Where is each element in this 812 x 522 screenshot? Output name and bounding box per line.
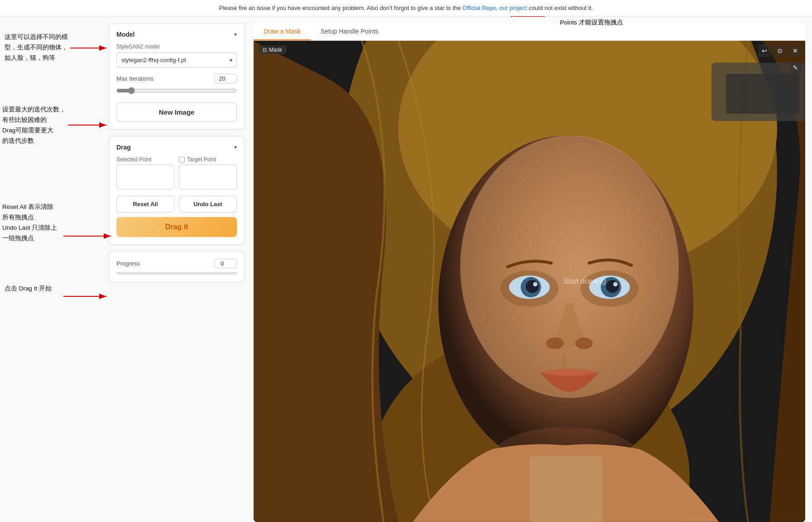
reset-annotation: Reset All 表示清除 所有拖拽点 Undo Last 只清除上 一组拖拽… — [2, 202, 57, 244]
progress-bar-bg — [116, 272, 237, 275]
svg-point-23 — [606, 280, 619, 293]
svg-point-24 — [533, 282, 538, 286]
model-card-header: Model ▾ — [116, 31, 237, 38]
undo-image-button[interactable]: ↩ — [758, 44, 771, 57]
reset-image-button[interactable]: ⊙ — [774, 44, 786, 57]
edit-image-button[interactable]: ✎ — [789, 61, 802, 74]
target-point-label: Target Point — [179, 156, 237, 163]
top-banner: Please fire an issue if you have encount… — [0, 0, 812, 16]
svg-point-22 — [526, 280, 539, 293]
model-dropdown-arrow: ▾ — [234, 31, 237, 38]
iterations-slider[interactable] — [116, 87, 237, 94]
drag-dropdown-arrow: ▾ — [234, 144, 237, 150]
our-project-link[interactable]: our project — [500, 5, 527, 11]
model-card: Model ▾ StyleGAN2 model stylegan2-ffhq-c… — [109, 23, 245, 130]
face-image — [254, 41, 805, 522]
image-actions: ↩ ⊙ ✕ — [758, 44, 802, 57]
model-select-wrapper[interactable]: stylegan2-ffhq-config-f.pt — [116, 53, 237, 68]
iterations-annotation: 设置最大的迭代次数， 有些比较困难的 Drag可能需要更大 的迭代步数 — [2, 105, 66, 146]
mask-label: ⊡ Mask — [258, 45, 287, 54]
svg-rect-31 — [529, 456, 602, 522]
target-point-checkbox[interactable] — [179, 157, 185, 163]
banner-text: Please fire an issue if you have encount… — [219, 5, 462, 11]
selected-point-box: Selected Point — [116, 156, 174, 191]
drag-card-header: Drag ▾ — [116, 144, 237, 151]
progress-input[interactable] — [214, 259, 237, 268]
reset-all-button[interactable]: Reset All — [116, 196, 174, 213]
svg-point-25 — [613, 282, 618, 286]
iterations-row: Max Iterations — [116, 74, 237, 83]
close-image-button[interactable]: ✕ — [789, 44, 802, 57]
progress-card: Progress — [109, 251, 245, 282]
drag-card: Drag ▾ Selected Point Target Point — [109, 136, 245, 245]
annotation-area: 这里可以选择不同的模 型，生成不同的物体， 如人脸，猫，狗等 设置最大的迭代次数… — [0, 16, 104, 522]
target-point-input[interactable] — [179, 164, 237, 189]
image-container: ⊡ Mask ↩ ⊙ ✕ ✎ — [254, 41, 805, 522]
model-select[interactable]: stylegan2-ffhq-config-f.pt — [116, 53, 237, 68]
svg-rect-30 — [726, 73, 799, 113]
official-repo-link[interactable]: Official Repo — [462, 5, 496, 11]
setup-handle-tab[interactable]: Setup Handle Points — [311, 23, 389, 40]
target-point-box: Target Point — [179, 156, 237, 191]
tab-bar: Draw a Mask Setup Handle Points — [254, 23, 805, 41]
progress-label: Progress — [116, 260, 140, 267]
model-card-title: Model — [116, 31, 135, 38]
selected-point-label: Selected Point — [116, 156, 174, 163]
center-panel: Model ▾ StyleGAN2 model stylegan2-ffhq-c… — [104, 16, 249, 522]
drag-points-row: Selected Point Target Point — [116, 156, 237, 191]
progress-row: Progress — [116, 259, 237, 268]
right-panel: 记得选择 Setup Handle Points 才能设置拖拽点 Draw a … — [249, 16, 812, 522]
iterations-input[interactable] — [214, 74, 237, 83]
svg-point-15 — [460, 135, 679, 398]
new-image-button[interactable]: New Image — [116, 102, 237, 122]
action-buttons-row: Reset All Undo Last — [116, 196, 237, 213]
model-label: StyleGAN2 model — [116, 44, 237, 50]
iterations-label: Max Iterations — [116, 75, 154, 82]
selected-point-input[interactable] — [116, 164, 174, 189]
undo-last-button[interactable]: Undo Last — [179, 196, 237, 213]
mask-icon: ⊡ — [263, 47, 267, 53]
drag-it-button[interactable]: Drag it — [116, 217, 237, 237]
model-annotation: 这里可以选择不同的模 型，生成不同的物体， 如人脸，猫，狗等 — [5, 32, 68, 63]
svg-point-26 — [546, 338, 564, 349]
banner-end-text: could not exist without it. — [527, 5, 593, 11]
svg-point-27 — [575, 338, 593, 349]
draw-mask-tab[interactable]: Draw a Mask — [254, 23, 311, 40]
dragit-annotation: 点击 Drag It 开始 — [5, 284, 52, 294]
drag-card-title: Drag — [116, 144, 131, 151]
